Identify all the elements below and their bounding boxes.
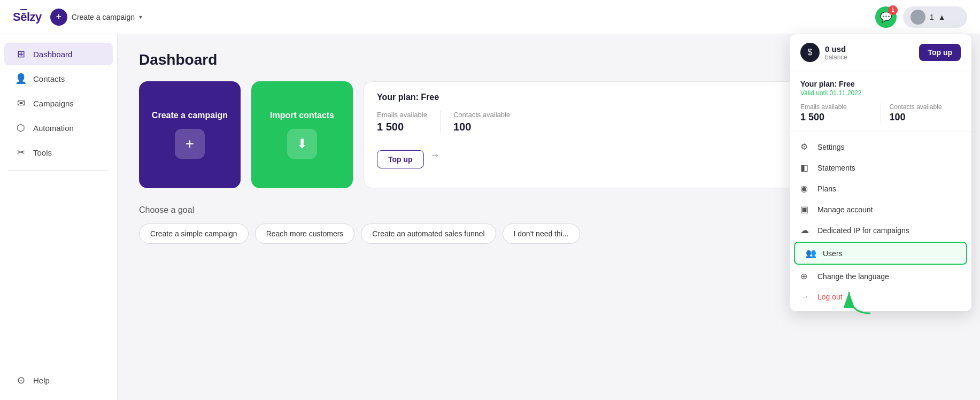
header-left: Sēlzy + Create a campaign ▾ — [13, 9, 142, 26]
settings-icon: ⚙ — [800, 142, 811, 152]
logout-icon: → — [800, 292, 811, 302]
contacts-stat: Contacts available 100 — [453, 111, 523, 133]
balance-icon: $ — [800, 43, 820, 62]
dropdown-item-plans[interactable]: ◉ Plans — [790, 178, 971, 199]
logo: Sēlzy — [13, 10, 42, 24]
dropdown-item-settings[interactable]: ⚙ Settings — [790, 136, 971, 157]
contacts-value: 100 — [453, 121, 510, 133]
dashboard-icon: ⊞ — [15, 48, 27, 60]
manage-account-label: Manage account — [817, 205, 873, 214]
help-icon: ⊙ — [15, 374, 27, 386]
contacts-label: Contacts available — [453, 111, 510, 119]
plan-stats: Emails available 1 500 Contacts availabl… — [377, 111, 838, 133]
logout-label: Log out — [817, 293, 843, 301]
sidebar-item-help[interactable]: ⊙ Help — [4, 369, 113, 391]
sidebar-bottom: ⊙ Help — [0, 369, 117, 391]
sidebar-item-tools[interactable]: ✂ Tools — [4, 141, 113, 164]
sidebar-divider — [9, 170, 109, 171]
dropdown-emails-stat: Emails available 1 500 — [800, 103, 881, 123]
dropdown-contacts-value: 100 — [890, 112, 961, 123]
manage-account-icon: ▣ — [800, 204, 811, 214]
change-language-label: Change the language — [817, 272, 889, 281]
sidebar-item-label: Dashboard — [33, 50, 72, 59]
sidebar-item-label: Tools — [33, 148, 52, 157]
user-dropdown: $ 0 usd balance Top up Your plan: Free V… — [790, 34, 971, 311]
card-import-title: Import contacts — [270, 111, 334, 120]
goal-sales-funnel[interactable]: Create an automated sales funnel — [361, 224, 496, 244]
dropdown-emails-value: 1 500 — [800, 112, 872, 123]
card-campaign-icon: + — [175, 129, 205, 159]
settings-label: Settings — [817, 143, 845, 151]
dropdown-plan-title: Your plan: Free — [800, 80, 961, 88]
card-campaign-title: Create a campaign — [152, 111, 228, 120]
header: Sēlzy + Create a campaign ▾ 💬 1 1 ▲ — [0, 0, 980, 34]
create-campaign-button[interactable]: + Create a campaign ▾ — [50, 9, 142, 26]
sidebar-item-label: Contacts — [33, 74, 65, 83]
plan-card: Your plan: Free Emails available 1 500 C… — [364, 81, 852, 188]
plan-title: Your plan: Free — [377, 93, 838, 102]
download-icon: ⬇ — [297, 136, 307, 151]
header-right: 💬 1 1 ▲ — [875, 6, 967, 28]
users-label: Users — [823, 249, 843, 258]
users-icon: 👥 — [806, 248, 816, 258]
campaigns-icon: ✉ — [15, 97, 27, 109]
plans-label: Plans — [817, 184, 836, 193]
dropdown-item-change-language[interactable]: ⊕ Change the language — [790, 266, 971, 287]
dropdown-item-manage-account[interactable]: ▣ Manage account — [790, 199, 971, 220]
dropdown-contacts-label: Contacts available — [890, 103, 961, 111]
user-number: 1 — [930, 13, 934, 21]
sidebar-item-dashboard[interactable]: ⊞ Dashboard — [4, 43, 113, 65]
card-import-icon: ⬇ — [287, 129, 317, 159]
emails-value: 1 500 — [377, 121, 427, 133]
dedicated-ip-icon: ☁ — [800, 225, 811, 235]
contacts-icon: 👤 — [15, 73, 27, 84]
sidebar-item-label: Campaigns — [33, 99, 74, 108]
statements-label: Statements — [817, 164, 855, 172]
notification-button[interactable]: 💬 1 — [875, 6, 897, 28]
topup-button[interactable]: Top up — [377, 150, 424, 168]
sidebar: ⊞ Dashboard 👤 Contacts ✉ Campaigns ⬡ Aut… — [0, 34, 118, 400]
avatar — [910, 10, 925, 25]
user-menu-button[interactable]: 1 ▲ — [903, 6, 967, 28]
goal-simple-campaign[interactable]: Create a simple campaign — [139, 224, 249, 244]
emails-stat: Emails available 1 500 — [377, 111, 441, 133]
goal-no-need[interactable]: I don't need thi... — [503, 224, 580, 244]
sidebar-item-contacts[interactable]: 👤 Contacts — [4, 67, 113, 90]
dropdown-plan: Your plan: Free Valid until 01.11.2022 E… — [790, 71, 971, 132]
automation-icon: ⬡ — [15, 122, 27, 134]
chevron-down-icon: ▾ — [139, 13, 142, 21]
sidebar-item-label: Help — [33, 376, 50, 385]
balance-label: balance — [825, 53, 847, 61]
notification-badge: 1 — [888, 5, 898, 15]
plus-icon: + — [186, 135, 194, 152]
balance-details: 0 usd balance — [825, 44, 847, 61]
dropdown-item-logout[interactable]: → Log out — [790, 287, 971, 307]
chevron-up-icon: ▲ — [938, 13, 946, 21]
dropdown-contacts-stat: Contacts available 100 — [890, 103, 961, 123]
logo-text: Sēlzy — [13, 10, 42, 24]
language-icon: ⊕ — [800, 271, 811, 281]
sidebar-item-campaigns[interactable]: ✉ Campaigns — [4, 92, 113, 114]
dropdown-menu: ⚙ Settings ◧ Statements ◉ Plans ▣ Manage… — [790, 132, 971, 311]
arrow-right-icon: → — [430, 150, 440, 161]
dropdown-item-users[interactable]: 👥 Users — [794, 242, 967, 265]
import-contacts-card[interactable]: Import contacts ⬇ — [251, 81, 353, 188]
dropdown-item-statements[interactable]: ◧ Statements — [790, 157, 971, 178]
dropdown-plan-stats: Emails available 1 500 Contacts availabl… — [800, 103, 961, 123]
create-campaign-label: Create a campaign — [72, 13, 135, 21]
statements-icon: ◧ — [800, 163, 811, 173]
dropdown-plan-valid: Valid until 01.11.2022 — [800, 89, 961, 97]
dropdown-emails-label: Emails available — [800, 103, 872, 111]
dropdown-item-dedicated-ip[interactable]: ☁ Dedicated IP for campaigns — [790, 220, 971, 241]
sidebar-item-automation[interactable]: ⬡ Automation — [4, 117, 113, 139]
balance-amount: 0 usd — [825, 44, 847, 53]
dropdown-header: $ 0 usd balance Top up — [790, 34, 971, 71]
goal-reach-customers[interactable]: Reach more customers — [255, 224, 355, 244]
plus-icon: + — [50, 9, 67, 26]
topup-dropdown-button[interactable]: Top up — [919, 44, 961, 61]
create-campaign-card[interactable]: Create a campaign + — [139, 81, 241, 188]
balance-info: $ 0 usd balance — [800, 43, 847, 62]
tools-icon: ✂ — [15, 147, 27, 158]
plans-icon: ◉ — [800, 183, 811, 194]
sidebar-item-label: Automation — [33, 124, 74, 133]
